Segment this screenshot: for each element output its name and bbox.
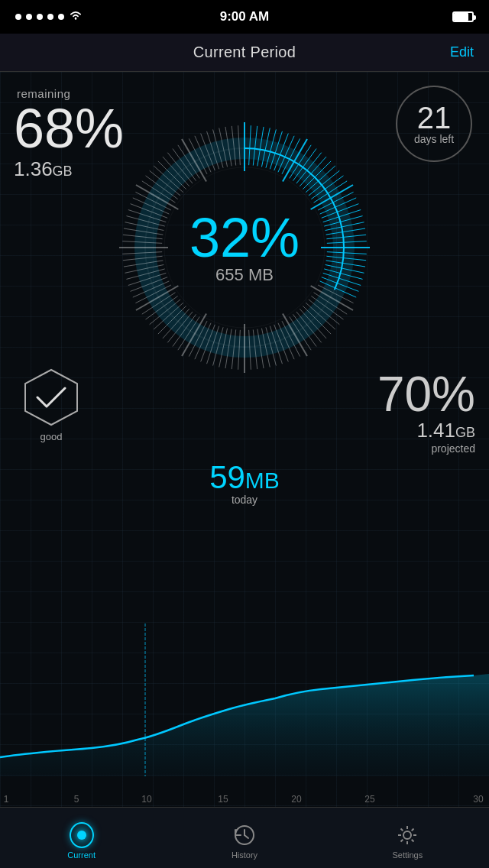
gauge-center: 32% 655 MB [189,210,300,285]
current-tab-label: Current [67,850,96,860]
projected-gb: 1.41GB [377,419,475,442]
gear-icon [395,823,419,847]
svg-point-131 [403,831,411,839]
history-tab-icon [232,823,257,847]
battery-icon [452,11,474,22]
signal-dot-5 [58,14,64,20]
svg-line-136 [401,828,403,831]
x-tick-20: 20 [291,794,301,805]
remaining-percent: 68% [14,101,124,156]
main-content: remaining 68% 1.36GB 21 days left // Thi… [0,72,489,807]
signal-area [15,10,83,24]
svg-line-138 [412,828,414,831]
good-hexagon: good [17,370,86,439]
projected-percent: 70% [377,370,475,419]
x-tick-1: 1 [4,794,9,805]
wifi-icon [69,10,83,24]
svg-line-139 [401,839,403,841]
x-tick-25: 25 [364,794,374,805]
settings-tab-icon [395,823,419,847]
current-circle-icon [70,822,94,848]
history-icon [232,823,257,847]
good-label: good [40,431,63,442]
days-number: 21 [417,102,452,133]
remaining-gb-unit: GB [53,164,73,179]
signal-dot-1 [15,14,21,20]
today-section: 59MB today [209,462,280,506]
settings-tab-label: Settings [392,850,423,860]
current-dot [77,831,86,840]
remaining-gb: 1.36GB [14,157,73,181]
nav-bar: Current Period Edit [0,34,489,72]
status-bar: 9:00 AM [0,0,489,34]
tab-settings[interactable]: Settings [326,817,489,860]
status-time: 9:00 AM [220,9,270,24]
battery-fill [454,13,468,21]
projected-label: projected [377,442,475,455]
tab-current[interactable]: Current [0,817,163,860]
x-tick-30: 30 [473,794,483,805]
chart-svg [0,608,489,792]
tab-bar: Current History [0,807,489,868]
x-tick-5: 5 [74,794,79,805]
today-label: today [209,494,280,506]
today-mb: 59MB [209,462,280,494]
hex-shape [21,367,82,428]
svg-line-137 [412,839,414,841]
x-tick-15: 15 [218,794,228,805]
edit-button[interactable]: Edit [450,44,474,60]
current-tab-icon [70,823,94,847]
svg-marker-126 [25,370,77,425]
x-axis: 1 5 10 15 20 25 30 [0,792,489,807]
gauge-percent: 32% [189,210,300,265]
svg-point-0 [75,18,77,20]
x-tick-10: 10 [141,794,151,805]
signal-dot-3 [37,14,43,20]
signal-dot-2 [26,14,32,20]
nav-title: Current Period [193,44,296,61]
projected-section: 70% 1.41GB projected [377,370,475,455]
chart-area: 1 5 10 15 20 25 30 [0,608,489,807]
history-tab-label: History [232,850,257,860]
days-left-circle: 21 days left [396,86,472,162]
signal-dot-4 [47,14,53,20]
svg-line-130 [244,835,248,838]
tab-history[interactable]: History [163,817,325,860]
days-label: days left [414,133,454,145]
gauge-container: // This will be done via JS below 32% 65… [115,118,374,377]
